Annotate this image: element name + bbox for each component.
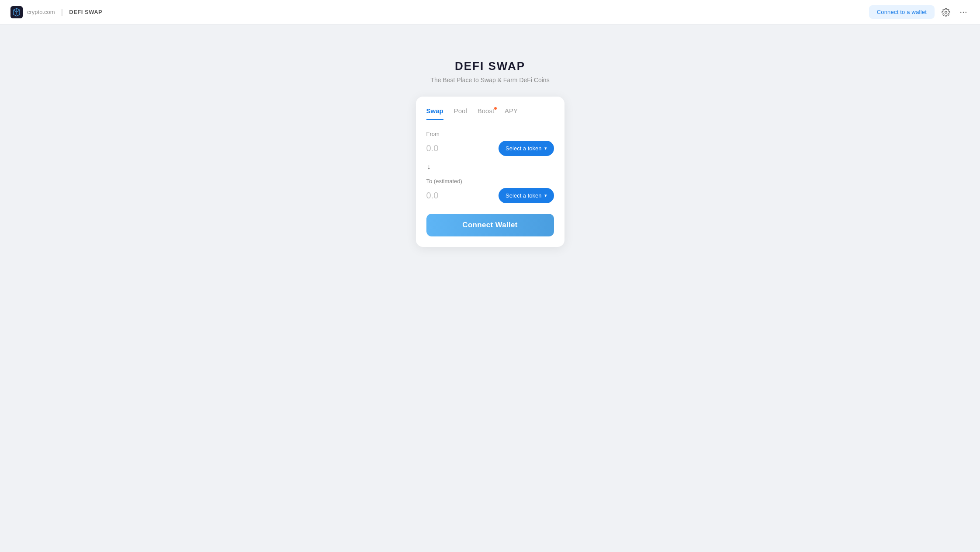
to-field-row: 0.0 Select a token ▾ xyxy=(426,188,554,203)
brand-separator: | xyxy=(61,7,63,17)
from-label: From xyxy=(426,131,554,137)
swap-direction-arrow: ↓ xyxy=(426,163,554,171)
settings-button[interactable] xyxy=(940,6,952,18)
svg-point-2 xyxy=(960,11,962,13)
boost-notification-dot xyxy=(494,107,497,110)
to-label: To (estimated) xyxy=(426,178,554,184)
tab-boost[interactable]: Boost xyxy=(478,107,494,120)
brand-name: crypto.com xyxy=(27,9,55,15)
more-options-button[interactable] xyxy=(957,6,970,18)
from-value: 0.0 xyxy=(426,143,439,153)
crypto-logo-icon xyxy=(10,6,23,18)
svg-point-3 xyxy=(963,11,964,13)
connect-wallet-header-button[interactable]: Connect to a wallet xyxy=(869,5,935,19)
tab-apy[interactable]: APY xyxy=(505,107,518,120)
from-section: From 0.0 Select a token ▾ xyxy=(426,131,554,156)
to-value: 0.0 xyxy=(426,191,439,201)
header: crypto.com | DEFI SWAP Connect to a wall… xyxy=(0,0,980,24)
gear-icon xyxy=(942,8,950,17)
tab-pool[interactable]: Pool xyxy=(454,107,467,120)
header-left: crypto.com | DEFI SWAP xyxy=(10,6,102,18)
to-section: To (estimated) 0.0 Select a token ▾ xyxy=(426,178,554,203)
tab-swap[interactable]: Swap xyxy=(426,107,443,120)
down-arrow-icon: ↓ xyxy=(427,163,431,171)
chevron-down-icon: ▾ xyxy=(544,146,547,151)
svg-point-4 xyxy=(966,11,967,13)
from-field-row: 0.0 Select a token ▾ xyxy=(426,141,554,156)
app-name-label: DEFI SWAP xyxy=(69,9,102,15)
chevron-down-icon: ▾ xyxy=(544,193,547,198)
connect-wallet-main-button[interactable]: Connect Wallet xyxy=(426,214,554,236)
swap-card: Swap Pool Boost APY From 0.0 Select a to… xyxy=(416,97,564,247)
page-subtitle: The Best Place to Swap & Farm DeFi Coins xyxy=(430,76,549,83)
tab-navigation: Swap Pool Boost APY xyxy=(426,107,554,120)
main-content: DEFI SWAP The Best Place to Swap & Farm … xyxy=(0,24,980,247)
header-right: Connect to a wallet xyxy=(869,5,970,19)
to-select-token-button[interactable]: Select a token ▾ xyxy=(499,188,554,203)
page-title: DEFI SWAP xyxy=(455,59,525,73)
from-select-token-button[interactable]: Select a token ▾ xyxy=(499,141,554,156)
more-icon xyxy=(959,8,968,17)
svg-point-1 xyxy=(945,11,947,13)
